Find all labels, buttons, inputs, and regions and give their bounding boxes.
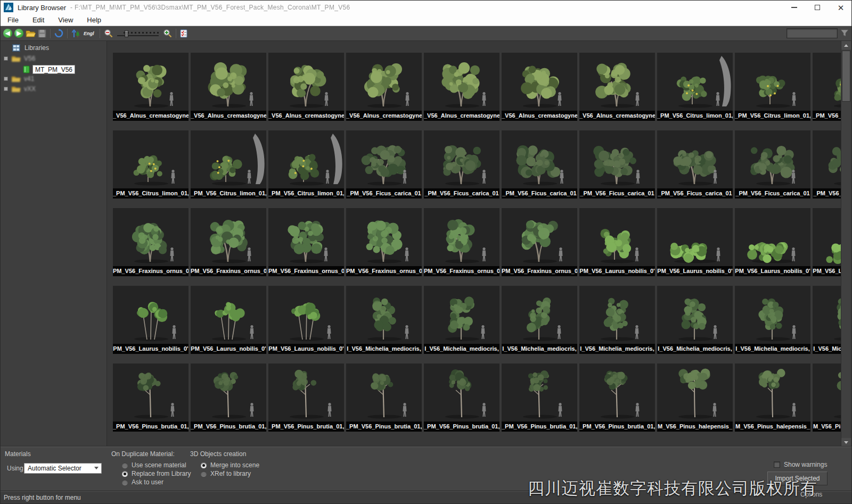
- asset-thumbnail[interactable]: _PM_V56_Pinus_brutia_01,: [346, 363, 422, 432]
- asset-thumbnail[interactable]: M_V56_Pinus_halepensis_: [813, 363, 842, 432]
- asset-thumbnail[interactable]: _V56_Alnus_cremastogyne: [502, 53, 577, 121]
- asset-thumbnail[interactable]: I_V56_Michelia_mediocris,: [502, 286, 577, 354]
- radio-replace-from-library[interactable]: Replace from Library: [122, 470, 191, 477]
- asset-thumbnail[interactable]: PM_V56_Laurus_nobilis_0': [579, 208, 655, 276]
- vertical-scrollbar[interactable]: [841, 41, 850, 447]
- import-selected-button[interactable]: Import Selected: [767, 472, 828, 485]
- asset-thumbnail[interactable]: _PM_V56_Pinus_brutia_01,: [268, 363, 344, 432]
- sidebar-item-v41[interactable]: v41: [4, 75, 34, 82]
- asset-thumbnail[interactable]: I_V56_Michelia_mediocris,: [424, 286, 499, 354]
- back-button[interactable]: ◀: [3, 28, 12, 39]
- asset-thumbnail[interactable]: _V56_Alnus_cremastogyne: [579, 53, 655, 121]
- refresh-button[interactable]: [54, 28, 63, 39]
- language-button[interactable]: Engl: [82, 28, 96, 39]
- asset-thumbnail[interactable]: _V56_Alnus_cremastogyne: [346, 53, 422, 121]
- forward-button[interactable]: ▶: [14, 28, 23, 39]
- expand-toggle-icon[interactable]: [4, 56, 8, 61]
- expand-toggle-icon[interactable]: [4, 77, 8, 81]
- zoom-out-button[interactable]: [104, 28, 113, 39]
- radio-use-scene-material[interactable]: Use scene material: [122, 461, 186, 469]
- asset-thumbnail[interactable]: _PM_V56_Pinus_brutia_01,: [579, 363, 655, 432]
- filter-icon[interactable]: [840, 29, 849, 39]
- asset-thumbnail[interactable]: PM_V56_Fraxinus_ornus_0: [502, 208, 577, 276]
- sidebar-item-mt-pm-v56[interactable]: MT_PM_V56: [23, 65, 75, 74]
- radio-icon: [122, 471, 128, 477]
- asset-thumbnail[interactable]: M_V56_Pinus_halepensis_: [735, 363, 810, 432]
- scroll-up-icon: [844, 44, 848, 47]
- import-options-panel: Materials Using Automatic Selector On Du…: [1, 447, 852, 491]
- asset-thumbnail[interactable]: PM_V56_Laurus_nobilis_0': [113, 286, 189, 354]
- menu-help[interactable]: Help: [80, 14, 108, 26]
- thumbnail-size-slider[interactable]: [117, 29, 159, 38]
- asset-thumbnail[interactable]: _V56_Alnus_cremastogyne: [113, 53, 189, 121]
- asset-thumbnail[interactable]: _V56_Alnus_cremastogyne: [191, 53, 266, 121]
- asset-thumbnail[interactable]: _PM_V56_Ficus_carica_01: [735, 130, 810, 199]
- asset-thumbnail[interactable]: PM_V56_Laurus_nobilis_0': [191, 286, 266, 354]
- slider-handle[interactable]: [125, 30, 128, 37]
- asset-thumbnail[interactable]: I_V56_Michelia_mediocris,: [346, 286, 422, 354]
- asset-thumbnail[interactable]: _PM_V56_Citrus_limon_01,: [113, 130, 189, 199]
- asset-thumbnail[interactable]: _PM_V56_Ficus_carica_01: [813, 130, 842, 199]
- asset-thumbnail[interactable]: _PM_V56_Citrus_limon_01,: [268, 130, 344, 199]
- libraries-root[interactable]: Libraries: [12, 44, 49, 52]
- asset-thumbnail[interactable]: M_V56_Pinus_halepensis_: [657, 363, 733, 432]
- material-selector-dropdown[interactable]: Automatic Selector: [24, 463, 102, 474]
- asset-thumbnail[interactable]: _PM_V56_Ficus_carica_01: [424, 130, 499, 199]
- asset-thumbnail[interactable]: _PM_V56_Citrus_limon_01,: [735, 53, 810, 121]
- thumbnail-grid: _V56_Alnus_cremastogyne_V56_Alnus_cremas…: [113, 53, 842, 432]
- sort-order-button[interactable]: [71, 28, 80, 39]
- asset-thumbnail[interactable]: PM_V56_Fraxinus_ornus_0: [268, 208, 344, 276]
- sidebar-item-v56[interactable]: V56: [4, 55, 35, 62]
- asset-thumbnail[interactable]: PM_V56_Laurus_nobilis_0': [268, 286, 344, 354]
- asset-thumbnail[interactable]: _PM_V56_Pinus_brutia_01,: [191, 363, 266, 432]
- asset-label: _PM_V56_Ficus_carica_01: [502, 188, 577, 199]
- show-names-button[interactable]: [180, 28, 187, 39]
- radio-xref-to-library[interactable]: XRef to library: [201, 470, 251, 477]
- menu-edit[interactable]: Edit: [26, 14, 51, 26]
- asset-thumbnail[interactable]: I_V56_Michelia_mediocris,: [657, 286, 733, 354]
- sidebar-item-label: V56: [24, 55, 35, 62]
- open-library-button[interactable]: [26, 28, 36, 39]
- radio-merge-into-scene[interactable]: Merge into scene: [201, 461, 259, 469]
- zoom-in-button[interactable]: [163, 28, 172, 39]
- asset-thumbnail[interactable]: PM_V56_Laurus_nobilis_0': [813, 208, 842, 276]
- show-warnings-checkbox[interactable]: Show warnings: [774, 461, 827, 468]
- options-button[interactable]: Options: [800, 491, 822, 498]
- asset-thumbnail[interactable]: I_V56_Michelia_mediocris,: [579, 286, 655, 354]
- radio-label: Use scene material: [132, 461, 186, 469]
- asset-thumbnail[interactable]: PM_V56_Laurus_nobilis_0': [735, 208, 810, 276]
- asset-thumbnail[interactable]: PM_V56_Fraxinus_ornus_0: [346, 208, 422, 276]
- radio-ask-to-user[interactable]: Ask to user: [122, 478, 163, 486]
- asset-thumbnail[interactable]: _PM_V56_Pinus_brutia_01,: [424, 363, 499, 432]
- scrollbar-thumb[interactable]: [842, 51, 850, 102]
- asset-thumbnail[interactable]: _PM_V56_Ficus_carica_01: [346, 130, 422, 199]
- asset-thumbnail[interactable]: _PM_V56_Pinus_brutia_01,: [502, 363, 577, 432]
- expand-toggle-icon[interactable]: [4, 87, 8, 91]
- asset-thumbnail[interactable]: _V56_Alnus_cremastogyne: [268, 53, 344, 121]
- menu-file[interactable]: File: [1, 14, 26, 26]
- menu-view[interactable]: View: [51, 14, 80, 26]
- sidebar-item-vxx[interactable]: vXX: [4, 85, 36, 93]
- asset-thumbnail[interactable]: PM_V56_Fraxinus_ornus_0: [113, 208, 189, 276]
- maximize-button[interactable]: [806, 1, 829, 14]
- scroll-down-button[interactable]: [841, 438, 851, 447]
- close-button[interactable]: ✕: [829, 1, 852, 14]
- asset-thumbnail[interactable]: I_V56_Michelia_mediocris,: [813, 286, 842, 354]
- save-library-button[interactable]: [38, 28, 46, 39]
- asset-thumbnail[interactable]: _PM_V56_Citrus_limon_01,: [191, 130, 266, 199]
- asset-thumbnail[interactable]: I_V56_Michelia_mediocris,: [735, 286, 810, 354]
- asset-thumbnail[interactable]: PM_V56_Laurus_nobilis_0': [657, 208, 733, 276]
- asset-thumbnail[interactable]: PM_V56_Fraxinus_ornus_0: [424, 208, 499, 276]
- asset-thumbnail[interactable]: _PM_V56_Ficus_carica_01: [657, 130, 733, 199]
- asset-thumbnail[interactable]: PM_V56_Fraxinus_ornus_0: [191, 208, 266, 276]
- asset-label: _PM_V56_Pinus_brutia_01,: [502, 422, 577, 432]
- asset-thumbnail[interactable]: _PM_V56_Citrus_limon_01,: [657, 53, 733, 121]
- scroll-up-button[interactable]: [841, 41, 851, 49]
- asset-thumbnail[interactable]: _PM_V56_Pinus_brutia_01,: [113, 363, 189, 432]
- asset-thumbnail[interactable]: _PM_V56_Ficus_carica_01: [579, 130, 655, 199]
- search-input[interactable]: [787, 28, 838, 38]
- asset-thumbnail[interactable]: _PM_V56_Citrus_limon_01,: [813, 53, 842, 121]
- minimize-button[interactable]: [782, 1, 806, 14]
- asset-thumbnail[interactable]: _PM_V56_Ficus_carica_01: [502, 130, 577, 199]
- asset-thumbnail[interactable]: _V56_Alnus_cremastogyne: [424, 53, 499, 121]
